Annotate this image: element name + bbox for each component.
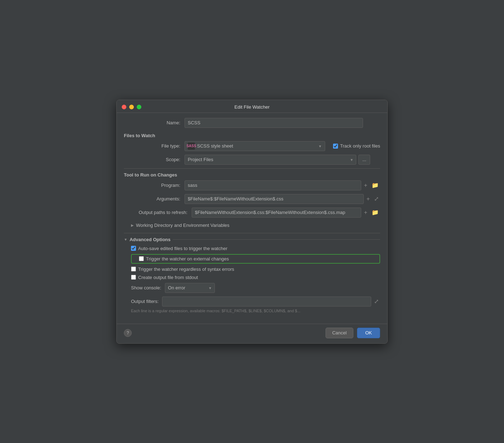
dialog-footer: ? Cancel OK xyxy=(117,324,387,343)
auto-save-checkbox[interactable] xyxy=(131,246,136,251)
arguments-input-wrapper: + ⤢ xyxy=(185,194,380,204)
working-dir-arrow-icon: ▶ xyxy=(131,223,134,227)
show-console-select-wrapper: On error Always Never ▼ xyxy=(165,283,215,293)
trigger-external-label[interactable]: Trigger the watcher on external changes xyxy=(139,256,229,262)
show-console-select[interactable]: On error Always Never xyxy=(165,283,215,293)
working-dir-header[interactable]: ▶ Working Directory and Environment Vari… xyxy=(124,221,380,229)
track-only-label[interactable]: Track only root files xyxy=(333,143,380,149)
scope-select[interactable]: Project Files xyxy=(185,155,356,165)
file-type-label: File type: xyxy=(124,143,185,149)
trigger-syntax-row: Trigger the watcher regardless of syntax… xyxy=(124,267,380,272)
minimize-button[interactable] xyxy=(129,105,134,109)
advanced-arrow-icon: ▼ xyxy=(124,238,127,242)
output-paths-input-wrapper: + 📁 xyxy=(192,208,380,218)
scope-select-wrapper: Project Files ▼ xyxy=(185,155,356,165)
name-input[interactable] xyxy=(185,118,363,128)
edit-file-watcher-dialog: Edit File Watcher Name: Files to Watch F… xyxy=(116,100,388,344)
scope-row: Scope: Project Files ▼ ... xyxy=(124,155,380,165)
track-only-checkbox[interactable] xyxy=(333,144,338,149)
name-row: Name: xyxy=(124,118,380,128)
help-button[interactable]: ? xyxy=(124,329,132,337)
output-paths-folder-button[interactable]: 📁 xyxy=(370,209,380,216)
titlebar: Edit File Watcher xyxy=(117,100,387,113)
output-filters-label: Output filters: xyxy=(124,299,162,304)
advanced-options-title: Advanced Options xyxy=(130,237,171,242)
output-filters-row: Output filters: ⤢ xyxy=(124,297,380,307)
program-add-button[interactable]: + xyxy=(363,182,369,189)
files-to-watch-section: Files to Watch File type: SASS SCSS styl… xyxy=(124,133,380,165)
file-type-value: SCSS style sheet xyxy=(197,143,233,149)
close-button[interactable] xyxy=(122,105,126,109)
create-output-checkbox[interactable] xyxy=(131,275,136,280)
divider-1 xyxy=(124,168,380,169)
arguments-input[interactable] xyxy=(185,194,364,204)
show-console-label: Show console: xyxy=(124,285,165,290)
files-to-watch-header: Files to Watch xyxy=(124,133,380,138)
working-dir-label: Working Directory and Environment Variab… xyxy=(136,223,230,228)
name-label: Name: xyxy=(124,120,185,125)
sass-icon: SASS xyxy=(188,143,195,150)
auto-save-label[interactable]: Auto-save edited files to trigger the wa… xyxy=(131,246,227,251)
traffic-lights xyxy=(122,105,141,109)
advanced-divider xyxy=(173,239,380,240)
file-type-row: File type: SASS SCSS style sheet ▼ Track… xyxy=(124,141,380,151)
create-output-row: Create output file from stdout xyxy=(124,275,380,280)
ok-button[interactable]: OK xyxy=(357,328,380,338)
maximize-button[interactable] xyxy=(137,105,141,109)
advanced-options-section: ▼ Advanced Options Auto-save edited file… xyxy=(124,237,380,313)
output-filters-expand-button[interactable]: ⤢ xyxy=(373,298,380,305)
file-type-select[interactable]: SASS SCSS style sheet ▼ xyxy=(185,141,325,151)
output-paths-row: Output paths to refresh: + 📁 xyxy=(124,208,380,218)
trigger-external-checkbox[interactable] xyxy=(139,256,144,261)
scope-ellipsis-button[interactable]: ... xyxy=(358,155,370,165)
program-folder-button[interactable]: 📁 xyxy=(370,182,380,189)
output-paths-input[interactable] xyxy=(192,208,361,218)
file-type-select-wrapper: SASS SCSS style sheet ▼ xyxy=(185,141,325,151)
divider-2 xyxy=(124,233,380,233)
create-output-label[interactable]: Create output file from stdout xyxy=(131,275,198,280)
arguments-label: Arguments: xyxy=(124,196,185,201)
track-only-text: Track only root files xyxy=(340,143,380,149)
program-input[interactable] xyxy=(185,180,361,190)
arguments-expand-button[interactable]: ⤢ xyxy=(373,195,380,203)
dialog-body: Name: Files to Watch File type: SASS SCS… xyxy=(117,113,387,324)
output-paths-add-button[interactable]: + xyxy=(363,209,369,216)
output-filters-input-wrapper: ⤢ xyxy=(162,297,380,307)
dialog-title: Edit File Watcher xyxy=(122,104,382,110)
create-output-text: Create output file from stdout xyxy=(138,275,198,280)
trigger-syntax-text: Trigger the watcher regardless of syntax… xyxy=(138,267,234,272)
program-label: Program: xyxy=(124,183,185,188)
tool-to-run-header: Tool to Run on Changes xyxy=(124,172,380,178)
arguments-add-button[interactable]: + xyxy=(365,195,371,203)
footer-buttons: Cancel OK xyxy=(326,328,380,338)
tool-to-run-section: Tool to Run on Changes Program: + 📁 Argu… xyxy=(124,172,380,229)
trigger-external-row: Trigger the watcher on external changes xyxy=(131,254,380,264)
hint-text: Each line is a regular expression, avail… xyxy=(124,309,380,313)
trigger-syntax-label[interactable]: Trigger the watcher regardless of syntax… xyxy=(131,267,234,272)
trigger-external-text: Trigger the watcher on external changes xyxy=(146,256,229,262)
program-input-wrapper: + 📁 xyxy=(185,180,380,190)
output-paths-label: Output paths to refresh: xyxy=(124,210,192,215)
auto-save-row: Auto-save edited files to trigger the wa… xyxy=(124,246,380,251)
arguments-row: Arguments: + ⤢ xyxy=(124,194,380,204)
auto-save-text: Auto-save edited files to trigger the wa… xyxy=(138,246,227,251)
trigger-syntax-checkbox[interactable] xyxy=(131,267,136,272)
file-type-arrow-icon: ▼ xyxy=(318,144,322,148)
show-console-row: Show console: On error Always Never ▼ xyxy=(124,283,380,293)
output-filters-input[interactable] xyxy=(162,297,371,307)
scope-label: Scope: xyxy=(124,157,185,162)
advanced-options-header: ▼ Advanced Options xyxy=(124,237,380,242)
program-row: Program: + 📁 xyxy=(124,180,380,190)
cancel-button[interactable]: Cancel xyxy=(326,328,353,338)
